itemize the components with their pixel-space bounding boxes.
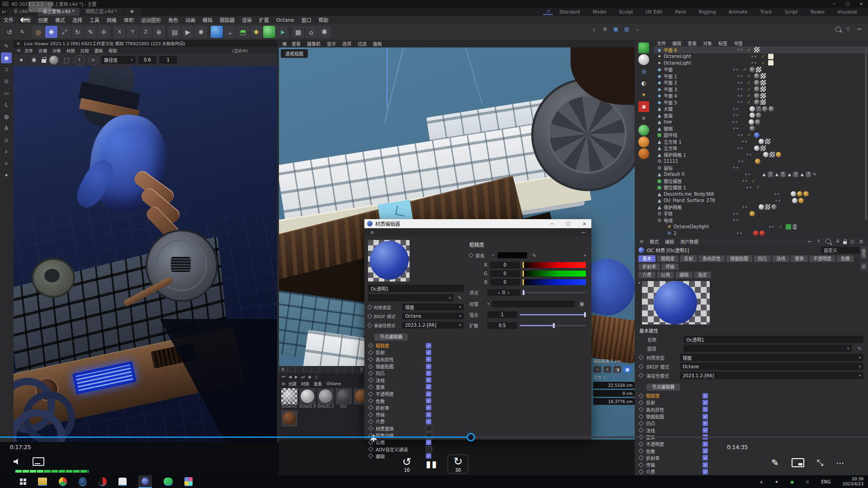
spread-value[interactable]: 0.5 <box>487 322 517 329</box>
channel-row[interactable]: 各向异性 <box>635 406 868 413</box>
object-row[interactable]: 圆环线 <box>654 132 868 139</box>
render-view-icon[interactable]: ▤ <box>169 26 181 38</box>
lattice-tool-icon[interactable]: ♯ <box>1 146 12 157</box>
dialog-node-editor-button[interactable]: 节点编辑器 <box>374 333 408 341</box>
material-thumb-ball[interactable] <box>335 388 352 404</box>
volume-level-bar[interactable] <box>15 470 89 473</box>
visibility-dots[interactable] <box>772 200 784 202</box>
enabled-check-icon[interactable] <box>756 185 762 190</box>
menu-item[interactable]: 跟踪器 <box>216 16 238 23</box>
channel-checkbox[interactable] <box>426 412 431 418</box>
channel-row[interactable]: 色散 <box>368 397 464 404</box>
object-row[interactable]: 金属 <box>654 112 868 119</box>
rewind-10-button[interactable]: ↺ 10 <box>398 455 416 473</box>
live-viewer-menu-item[interactable]: 帮助 <box>106 47 120 54</box>
lv-region-icon[interactable]: ⬚ <box>62 56 71 65</box>
live-selection-icon[interactable]: ◎ <box>32 26 44 38</box>
attr-menu-item[interactable]: 编辑 <box>662 238 677 245</box>
tag-q[interactable] <box>768 172 773 177</box>
enabled-check-icon[interactable] <box>747 47 753 52</box>
enabled-check-icon[interactable] <box>747 132 753 137</box>
tag-checker[interactable] <box>760 86 766 92</box>
window-maximize-button[interactable]: ☐ <box>841 0 854 9</box>
move-tool-icon[interactable]: ✥ <box>45 26 57 38</box>
viewport-menu-item[interactable]: 摄像机 <box>304 40 324 47</box>
object-row[interactable]: 平面 2 <box>654 80 868 86</box>
tag-q[interactable] <box>806 172 811 177</box>
annotate-pencil-icon[interactable]: ✎ <box>771 457 779 468</box>
object-row[interactable]: 平面 5 <box>654 99 868 106</box>
matbrowser-menu-item[interactable]: 材质 <box>299 381 311 387</box>
viewport-menu-item[interactable]: 面板 <box>370 40 385 47</box>
new-tab-button[interactable]: ✚ <box>123 8 142 16</box>
visibility-dots[interactable] <box>771 193 783 195</box>
channel-checkbox[interactable] <box>703 400 708 405</box>
tag-sphere[interactable] <box>769 106 774 112</box>
tray-input-icon[interactable]: ⊂ <box>806 479 809 484</box>
search-icon[interactable] <box>835 27 841 32</box>
object-row[interactable]: 立方体 <box>654 145 868 152</box>
palette-node-icon[interactable]: ✕ <box>638 113 649 124</box>
object-row[interactable]: 保护网格 <box>654 204 868 211</box>
tag-phong[interactable] <box>750 106 755 112</box>
redo-icon[interactable]: ↻ <box>16 26 28 38</box>
object-row[interactable]: OctaneLight <box>654 60 868 66</box>
filter-icon[interactable]: ▽ <box>844 26 852 32</box>
subtitle-monitor-icon[interactable] <box>33 457 44 466</box>
keyframe-diamond-icon[interactable] <box>368 357 373 362</box>
tag-checker[interactable] <box>756 67 761 72</box>
tag-sphere[interactable] <box>756 113 761 118</box>
more-options-icon[interactable]: ⋯ <box>836 458 844 468</box>
channel-checkbox[interactable] <box>426 357 431 362</box>
object-row[interactable]: 大键 <box>654 106 868 113</box>
preview-collapse-icon[interactable]: ▾ <box>638 281 640 285</box>
tag-sphere[interactable] <box>754 99 760 105</box>
mix-value[interactable]: 1 <box>487 311 517 318</box>
channel-checkbox[interactable] <box>426 425 432 432</box>
channel-checkbox[interactable] <box>426 419 431 424</box>
workspace-tab[interactable]: Track <box>754 9 778 14</box>
channel-checkbox[interactable] <box>703 414 708 419</box>
enabled-check-icon[interactable] <box>743 67 748 72</box>
channel-row[interactable]: 不透明度 <box>368 390 464 397</box>
lv-lock-icon[interactable] <box>42 59 46 63</box>
layout-collapse-icon[interactable]: ⌄ <box>633 26 642 32</box>
video-back-arrow-icon[interactable]: ← <box>20 13 30 26</box>
live-viewer-menu-item[interactable]: 对象 <box>50 47 64 54</box>
attribute-tab[interactable]: 基本 <box>638 255 656 262</box>
material-thumb-ball[interactable] <box>281 388 297 404</box>
camera-add-icon[interactable]: ⌂ <box>305 26 317 38</box>
menu-item[interactable]: 扩展 <box>255 16 273 23</box>
channel-row[interactable]: 传输 <box>368 411 464 418</box>
visibility-dots[interactable] <box>748 62 760 64</box>
keyframe-diamond-icon[interactable] <box>368 405 373 410</box>
lv-region-value[interactable]: 1 <box>159 56 177 64</box>
enabled-check-icon[interactable] <box>779 224 784 229</box>
dock-list-icon[interactable]: ≣ <box>601 26 609 32</box>
tray-chevron-icon[interactable]: ∧ <box>760 479 763 484</box>
channel-checkbox[interactable] <box>703 427 708 433</box>
workspace-tab[interactable]: Nodes <box>804 9 831 14</box>
attribute-tab[interactable]: 编辑 <box>675 272 693 278</box>
lv-focus-icon[interactable]: F <box>75 55 85 65</box>
palette-record-icon[interactable]: ▦ <box>638 101 649 112</box>
matbrowser-menu-item[interactable]: 创建 <box>286 381 299 387</box>
attr-hamburger-icon[interactable]: ≡ <box>637 239 646 244</box>
octane-camera-icon[interactable]: ⌄ <box>224 26 236 38</box>
enabled-check-icon[interactable] <box>761 61 767 66</box>
app-grid-icon[interactable] <box>184 477 193 486</box>
channel-row[interactable]: 镜面贴图 <box>368 363 464 370</box>
goto-start-icon[interactable]: ⏮ <box>282 375 285 380</box>
menu-item[interactable]: 体积 <box>120 16 137 23</box>
channel-checkbox[interactable] <box>426 364 431 369</box>
matbrowser-menu-item[interactable]: 查看 <box>311 381 324 387</box>
dialog-nav-back-icon[interactable]: ← <box>580 230 588 235</box>
float-spinner[interactable]: ◂ 0 ▸ <box>487 289 520 296</box>
frame-tool-icon[interactable]: ▭ <box>1 88 12 99</box>
settings-gear-icon[interactable]: ✱ <box>370 433 377 444</box>
material-thumb-ball[interactable] <box>299 388 316 404</box>
material-thumb[interactable]: Octane1 <box>281 388 297 408</box>
visibility-dots[interactable] <box>748 56 760 57</box>
enabled-check-icon[interactable] <box>747 93 753 98</box>
video-progress-handle[interactable] <box>467 433 475 441</box>
